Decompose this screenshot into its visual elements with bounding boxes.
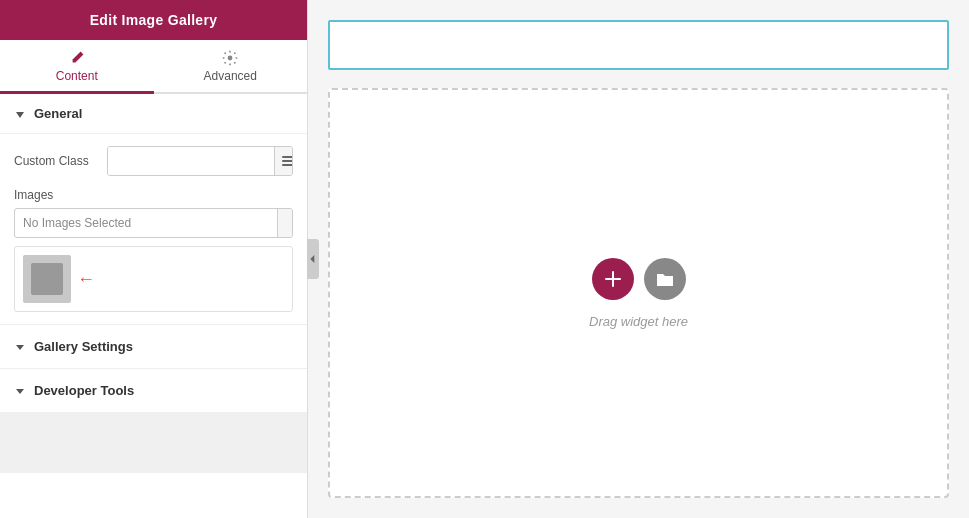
images-select-text: No Images Selected: [15, 209, 277, 237]
panel-title: Edit Image Gallery: [90, 12, 218, 28]
left-panel: Edit Image Gallery Content Advanced Gene…: [0, 0, 308, 518]
svg-marker-16: [16, 389, 24, 394]
custom-class-input-wrap: [107, 146, 293, 176]
tabs-row: Content Advanced: [0, 40, 307, 94]
svg-rect-10: [282, 160, 293, 162]
panel-body: General Custom Class Images No Images Se…: [0, 94, 307, 518]
custom-class-row: Custom Class: [14, 146, 293, 176]
svg-marker-8: [16, 112, 24, 118]
images-select-menu-btn[interactable]: [277, 209, 292, 237]
widget-buttons: [592, 258, 686, 300]
tab-content-label: Content: [56, 69, 98, 83]
gallery-settings-section[interactable]: Gallery Settings: [0, 325, 307, 369]
images-label: Images: [14, 188, 293, 202]
custom-class-label: Custom Class: [14, 154, 99, 168]
general-label: General: [34, 106, 82, 121]
collapse-handle[interactable]: [307, 239, 319, 279]
widget-drop-area: Drag widget here: [328, 88, 949, 498]
drag-widget-label: Drag widget here: [589, 314, 688, 329]
svg-rect-19: [605, 278, 621, 280]
svg-point-7: [228, 56, 233, 61]
add-widget-button[interactable]: [592, 258, 634, 300]
tab-advanced[interactable]: Advanced: [154, 40, 308, 94]
arrow-indicator: ←: [77, 269, 95, 290]
gallery-settings-label: Gallery Settings: [34, 339, 133, 354]
developer-tools-label: Developer Tools: [34, 383, 134, 398]
widget-folder-button[interactable]: [644, 258, 686, 300]
general-section-header[interactable]: General: [0, 94, 307, 134]
custom-class-input[interactable]: [108, 147, 274, 175]
image-thumb-area: ←: [14, 246, 293, 312]
images-select-row: No Images Selected: [14, 208, 293, 238]
svg-rect-9: [282, 156, 293, 158]
image-thumbnail[interactable]: [23, 255, 71, 303]
panel-footer-gray: [0, 413, 307, 473]
svg-marker-17: [310, 255, 314, 263]
developer-tools-section[interactable]: Developer Tools: [0, 369, 307, 413]
custom-class-menu-btn[interactable]: [274, 147, 293, 175]
panel-header: Edit Image Gallery: [0, 0, 307, 40]
tab-advanced-label: Advanced: [204, 69, 257, 83]
tab-content[interactable]: Content: [0, 40, 154, 94]
general-section-content: Custom Class Images No Images Selected: [0, 134, 307, 325]
main-area: Drag widget here: [308, 0, 969, 518]
images-field: Images No Images Selected ←: [14, 188, 293, 312]
svg-rect-11: [282, 164, 293, 166]
top-outline-box: [328, 20, 949, 70]
thumbnail-inner: [31, 263, 63, 295]
svg-marker-15: [16, 345, 24, 350]
